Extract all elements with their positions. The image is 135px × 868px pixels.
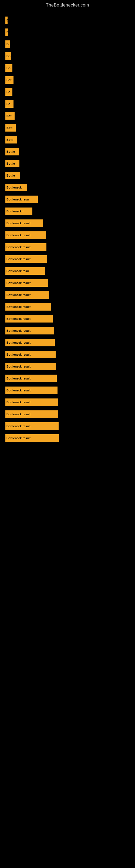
bar-row: Bottl bbox=[5, 134, 130, 146]
bar-label: Bottleneck result bbox=[5, 434, 59, 442]
bar-row: Bo bbox=[5, 50, 130, 62]
bar-row: Bo bbox=[5, 86, 130, 98]
bar-label: Bottleneck result bbox=[5, 375, 57, 382]
bar-row: Bottleneck result bbox=[5, 229, 130, 241]
bar-label: Bottleneck result bbox=[5, 339, 55, 346]
bar-label: Bo bbox=[5, 64, 12, 72]
bar-row: Bottleneck result bbox=[5, 432, 130, 444]
bar-label: B bbox=[5, 17, 8, 24]
bar-label: Bottleneck result bbox=[5, 327, 54, 335]
bar-label: Bottleneck result bbox=[5, 279, 48, 287]
site-title: TheBottlenecker.com bbox=[0, 0, 135, 12]
bar-row: Bottleneck result bbox=[5, 361, 130, 372]
bar-label: Bottleneck result bbox=[5, 291, 49, 299]
bar-label: Bottleneck bbox=[5, 184, 27, 191]
bar-row: Bot bbox=[5, 74, 130, 86]
bar-row: Bottleneck resu bbox=[5, 193, 130, 205]
bar-row: Bo bbox=[5, 62, 130, 74]
bar-row: Bottleneck result bbox=[5, 420, 130, 432]
bar-row: Bottleneck result bbox=[5, 289, 130, 301]
bar-label: Bottleneck result bbox=[5, 219, 43, 227]
bar-label: Bottl bbox=[5, 136, 17, 144]
bar-row: Bottleneck result bbox=[5, 408, 130, 420]
bar-label: Bottleneck result bbox=[5, 303, 51, 311]
bar-label: Bottle bbox=[5, 172, 20, 179]
bar-label: Bottleneck result bbox=[5, 255, 47, 263]
bar-label: Bo bbox=[5, 52, 11, 60]
bar-label: Bottleneck result bbox=[5, 231, 46, 239]
bar-row: Bottle bbox=[5, 169, 130, 182]
bar-label: B bbox=[5, 29, 8, 36]
bar-row: Bottleneck result bbox=[5, 372, 130, 384]
bar-row: Bottleneck result bbox=[5, 313, 130, 325]
bar-label: Bottleneck result bbox=[5, 422, 58, 430]
bar-label: Bottle bbox=[5, 160, 19, 167]
bar-row: Bottleneck result bbox=[5, 384, 130, 396]
bar-label: Bottleneck result bbox=[5, 243, 46, 251]
bar-row: Bottleneck result bbox=[5, 277, 130, 289]
bar-row: Bot bbox=[5, 110, 130, 122]
bar-row: Bottleneck result bbox=[5, 337, 130, 348]
bar-label: Bottleneck result bbox=[5, 351, 56, 358]
bar-row: Bottleneck result bbox=[5, 241, 130, 253]
bar-row: Bottleneck result bbox=[5, 253, 130, 265]
bars-container: BBBoBoBoBotBoBoBotBottBottlBottleBottleB… bbox=[0, 12, 135, 447]
bar-row: B bbox=[5, 26, 130, 38]
bar-row: Bottleneck r bbox=[5, 205, 130, 217]
bar-row: Bottleneck bbox=[5, 182, 130, 193]
bar-row: Bottle bbox=[5, 146, 130, 158]
bar-row: Bottleneck result bbox=[5, 325, 130, 337]
bar-label: Bot bbox=[5, 76, 13, 84]
bar-label: Bo bbox=[5, 88, 12, 96]
bar-row: B bbox=[5, 14, 130, 26]
bar-row: Bottleneck resu bbox=[5, 265, 130, 277]
bar-row: Bo bbox=[5, 98, 130, 110]
bar-label: Bottleneck result bbox=[5, 399, 58, 406]
bar-row: Bottleneck result bbox=[5, 217, 130, 229]
bar-label: Bottleneck result bbox=[5, 386, 57, 394]
bar-row: Bottleneck result bbox=[5, 301, 130, 313]
bar-label: Bottle bbox=[5, 148, 19, 155]
bar-label: Bottleneck resu bbox=[5, 195, 38, 203]
bar-label: Bot bbox=[5, 112, 14, 120]
bar-label: Bottleneck result bbox=[5, 315, 53, 322]
bar-label: Bottleneck resu bbox=[5, 267, 45, 275]
bar-row: Bottleneck result bbox=[5, 348, 130, 361]
bar-row: Bo bbox=[5, 38, 130, 50]
bar-label: Bottleneck result bbox=[5, 363, 56, 370]
bar-label: Bottleneck result bbox=[5, 410, 58, 418]
bar-row: Bottleneck result bbox=[5, 396, 130, 408]
bar-label: Bottleneck r bbox=[5, 208, 32, 215]
bar-label: Bott bbox=[5, 124, 16, 131]
bar-row: Bottle bbox=[5, 158, 130, 169]
bar-row: Bott bbox=[5, 122, 130, 134]
bar-label: Bo bbox=[5, 100, 13, 108]
bar-label: Bo bbox=[5, 40, 10, 48]
